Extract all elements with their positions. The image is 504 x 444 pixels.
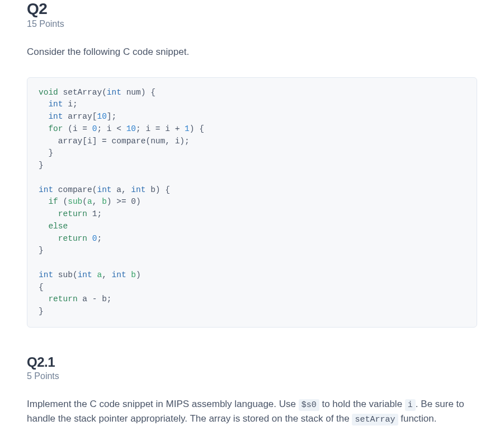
code-token: setArray( xyxy=(58,88,107,97)
code-token: 10 xyxy=(97,112,106,121)
code-token: int xyxy=(131,185,145,194)
code-token: (i = xyxy=(63,124,92,133)
code-token: int xyxy=(39,185,53,194)
text-fragment: Implement the C code snippet in MIPS ass… xyxy=(27,399,299,409)
code-token: a xyxy=(97,270,102,279)
code-token: int xyxy=(48,112,63,121)
code-token: ( xyxy=(58,197,68,206)
code-token: return xyxy=(48,295,77,303)
code-token xyxy=(39,112,48,121)
code-token: return xyxy=(58,209,87,218)
code-token: , xyxy=(102,270,111,279)
code-token: b xyxy=(131,270,136,279)
code-token: a xyxy=(87,197,92,206)
code-token xyxy=(39,100,48,109)
code-token xyxy=(39,197,48,206)
code-token: b xyxy=(102,197,107,206)
code-token: sub xyxy=(68,197,82,206)
code-token xyxy=(39,222,48,231)
code-token: a - b; xyxy=(78,295,112,303)
code-token: } xyxy=(39,307,44,316)
sub-prompt-text: Implement the C code snippet in MIPS ass… xyxy=(27,397,477,427)
code-token: ; i = i + xyxy=(136,124,185,133)
sub-question-title: Q2.1 xyxy=(27,354,477,370)
code-token: int xyxy=(78,270,92,279)
code-token: compare( xyxy=(53,185,97,194)
code-token: ) { xyxy=(190,124,204,133)
inline-code-setarray: setArray xyxy=(352,414,398,426)
code-token: ; xyxy=(97,234,102,243)
code-token: num) { xyxy=(121,88,156,97)
code-token: 1 xyxy=(185,124,190,133)
code-token: b) { xyxy=(145,185,170,194)
code-token: return xyxy=(58,234,87,243)
code-token: ) xyxy=(136,270,141,279)
text-fragment: to hold the variable xyxy=(319,399,405,409)
inline-code-s0: $s0 xyxy=(299,399,319,411)
code-token: void xyxy=(39,88,58,97)
sub-question: Q2.1 5 Points Implement the C code snipp… xyxy=(27,354,477,427)
code-token: int xyxy=(112,270,126,279)
code-token: ( xyxy=(82,197,87,206)
code-token: } xyxy=(39,246,44,255)
code-token xyxy=(39,234,58,243)
code-token: } xyxy=(39,148,53,157)
code-token: } xyxy=(39,161,44,170)
code-token: int xyxy=(39,270,53,279)
code-token: 1; xyxy=(87,209,102,218)
code-token: for xyxy=(48,124,63,133)
code-token: array[i] = compare(num, i); xyxy=(39,137,190,146)
code-token xyxy=(39,295,48,303)
code-token: int xyxy=(107,88,121,97)
code-token: array[ xyxy=(63,112,97,121)
sub-points-label: 5 Points xyxy=(27,371,477,381)
code-block: void setArray(int num) { int i; int arra… xyxy=(27,77,477,328)
inline-code-i: i xyxy=(405,399,416,411)
code-token xyxy=(87,234,92,243)
points-label: 15 Points xyxy=(27,19,477,29)
code-token: ) >= 0) xyxy=(107,197,141,206)
code-token xyxy=(39,209,58,218)
code-token: , xyxy=(92,197,102,206)
code-token: int xyxy=(97,185,111,194)
code-token: a, xyxy=(112,185,131,194)
code-token: sub( xyxy=(53,270,78,279)
code-token xyxy=(39,124,48,133)
code-token: ]; xyxy=(107,112,116,121)
code-token: 10 xyxy=(126,124,136,133)
question-header: Q2 15 Points xyxy=(27,0,477,29)
code-token: { xyxy=(39,283,44,292)
question-title: Q2 xyxy=(27,0,477,18)
prompt-text: Consider the following C code snippet. xyxy=(27,45,477,59)
code-token: int xyxy=(48,100,63,109)
code-token: if xyxy=(48,197,58,206)
code-token: else xyxy=(48,222,68,231)
text-fragment: function. xyxy=(398,413,437,424)
code-token: ; i < xyxy=(97,124,126,133)
code-token: i; xyxy=(63,100,78,109)
